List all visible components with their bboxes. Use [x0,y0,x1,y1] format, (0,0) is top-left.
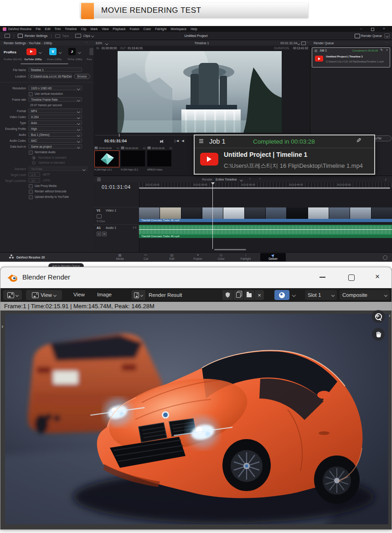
upload-youtube-checkbox[interactable] [29,195,33,199]
close-icon[interactable]: × [383,26,385,31]
track-a1-id[interactable]: A1 [97,226,101,229]
menu-app[interactable]: DaVinci Resolve [8,27,31,31]
track-solo-button[interactable]: S [97,232,101,236]
menu-help[interactable]: Help [191,27,197,31]
job-edit-pencil-icon[interactable]: ✎ [380,48,383,52]
menu-color[interactable]: Color [144,27,151,31]
mixer-music-icon[interactable]: ♪ [385,177,387,181]
viewer-scrub-playhead[interactable] [119,134,119,137]
job-drag-handle-icon[interactable] [315,50,317,50]
file-name-input[interactable]: Timeline 1 [28,67,82,72]
format-select[interactable]: MP4 [28,109,82,113]
track-a1-name[interactable]: Audio 1 [106,226,116,229]
flag-icon[interactable] [301,41,306,45]
menu-clip[interactable]: Clip [81,27,87,31]
video-clip-filmstrip[interactable] [139,207,392,219]
target-loudness-input[interactable]: -14 [28,178,40,183]
queue-options-icon[interactable]: ⋯ [385,41,388,44]
open-image-button[interactable] [244,290,254,300]
blender-close-icon[interactable]: × [375,272,380,281]
tiktok-icon[interactable]: ♪ [68,48,76,55]
settings-options-icon[interactable]: ⋯ [85,41,88,44]
transport-controls[interactable]: |◀ ◀ [175,139,185,143]
pass-dropdown[interactable]: Composite [340,290,390,300]
menu-mark[interactable]: Mark [91,27,98,31]
render-range-dropdown[interactable]: Entire Timeline [216,178,237,181]
image-name-field[interactable]: Render Result [146,290,222,300]
tab-deliver[interactable]: ▶Deliver [260,253,286,261]
video-clip-label[interactable]: Titanfall Cinematic Trailer 4K.mp4 [139,219,392,222]
tab-fusion[interactable]: ✦Fusion [186,253,210,260]
preset-label-partial[interactable]: Pres [87,58,93,61]
audio-clip-label[interactable]: Titanfall Cinematic Trailer 4K.mp4 [139,235,392,238]
framerate-select[interactable]: Timeline Frame Rate [28,97,82,102]
audio-codec-select[interactable]: AAC [28,138,82,143]
zoom-in-button[interactable] [372,310,385,323]
browse-button[interactable]: Browse [74,74,90,79]
blender-minimize-icon[interactable] [320,277,325,278]
burnin-select[interactable]: Same as project [28,144,82,149]
encoding-profile-select[interactable]: High [28,126,82,131]
timeline-scrollbar[interactable] [214,249,246,250]
menu-playback[interactable]: Playback [113,27,125,31]
unlink-image-button[interactable]: × [255,290,264,300]
video-codec-select[interactable]: H.264 [28,114,82,119]
viewer-video-frame[interactable] [118,51,282,133]
settings-gear-icon[interactable] [383,255,387,260]
maximize-icon[interactable] [371,28,374,31]
job-close-icon[interactable]: × [386,48,388,52]
clip-3-thumbnail[interactable] [147,150,171,166]
fake-user-shield-button[interactable] [222,290,233,300]
menu-view[interactable]: View [73,292,85,297]
resolution-select[interactable]: 1920 x 1080 HD [28,86,82,90]
range-marker-dot-2[interactable]: • [259,176,261,181]
menu-fusion[interactable]: Fusion [130,27,139,31]
preset-label-vimeo[interactable]: Vimeo 1080p [45,58,64,61]
track-v1-id[interactable]: V1 [97,209,100,212]
right-panel-chevron[interactable]: ‹ [389,312,391,319]
render-result-image[interactable] [5,314,388,524]
display-channels-button[interactable] [274,290,289,300]
render-queue-button[interactable]: Render Queue [361,34,382,37]
track-mute-button[interactable]: M [102,232,107,236]
new-image-button[interactable] [233,290,243,300]
menu-view[interactable]: View [102,27,108,31]
audio-select[interactable]: Bus 1 (Stereo) [28,132,82,137]
tab-fairlight[interactable]: ♪Fairlight [233,253,258,260]
preset-prores[interactable]: ProRes [4,50,16,54]
left-panel-chevron[interactable]: › [1,323,3,330]
track-lock-icon[interactable] [97,214,102,218]
menu-fairlight[interactable]: Fairlight [155,27,166,31]
menu-edit[interactable]: Edit [45,27,51,31]
menu-timeline[interactable]: Timeline [65,27,77,31]
preset-label-youtube[interactable]: YouTube 1080p [22,58,44,61]
type-select[interactable]: Auto [28,120,82,125]
audio-clip-waveform[interactable] [139,225,392,235]
tab-color[interactable]: ◎Color [209,253,233,260]
menu-file[interactable]: File [36,27,41,31]
job-overlay-pencil-icon[interactable]: ✎ [356,137,361,144]
clip-2-thumbnail[interactable] [121,150,145,166]
clip-card-3[interactable]: 03 00:00:00:00 V1 MPEG4 Video [147,146,172,172]
timeline-zoom-bar[interactable] [139,187,390,189]
pan-hand-button[interactable] [372,328,385,341]
target-level-input[interactable]: -1.0 [28,172,40,177]
menu-image[interactable]: Image [97,292,112,297]
timeline-options-icon[interactable] [97,178,101,178]
preset-label-prores[interactable]: ProRes 422 HQ [1,58,25,61]
normalize-audio-checkbox[interactable] [29,150,33,155]
channels-chevron[interactable] [290,290,298,300]
proxy-checkbox[interactable] [29,184,33,188]
menu-workspace[interactable]: Workspace [170,27,186,31]
preset-label-tiktok[interactable]: TikTok 1080p [65,58,85,61]
range-marker-dot-1[interactable]: • [249,176,251,181]
clip-1-thumbnail[interactable] [94,150,119,167]
tab-cut[interactable]: ✄Cut [134,253,158,260]
viewer-options-icon[interactable]: ⋯ [306,41,309,44]
vertical-resolution-checkbox[interactable] [29,92,33,96]
panel-toggle-chevron[interactable] [384,33,390,38]
vimeo-icon[interactable]: v [49,48,57,55]
location-input[interactable]: C:\Users\프레스티지 16 Flip\Desktop [28,74,72,78]
normalize-standard-radio[interactable] [32,156,36,160]
youtube-icon[interactable] [26,48,36,55]
